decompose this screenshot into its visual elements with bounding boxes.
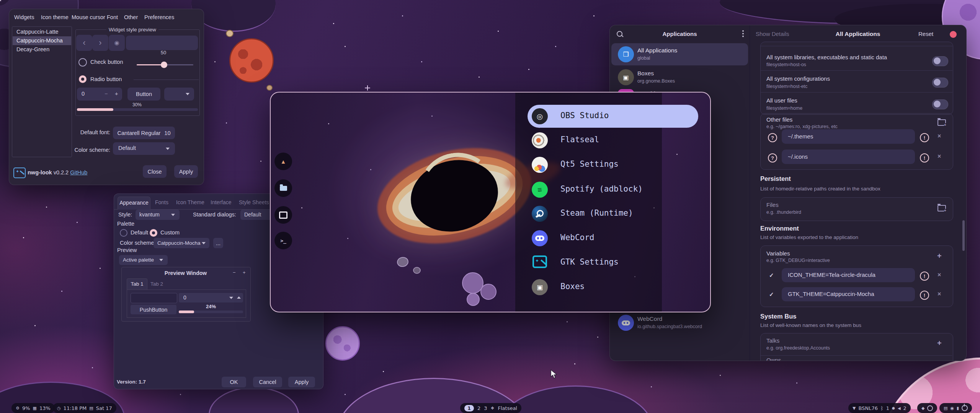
qt-cancel-button[interactable]: Cancel <box>253 377 282 387</box>
qt-scheme-more-button[interactable]: ... <box>213 238 223 248</box>
add-folder-icon[interactable] <box>938 119 946 126</box>
qt-pw-tab1[interactable]: Tab 1 <box>127 278 147 290</box>
nwg-theme-item[interactable]: Decay-Green <box>13 45 71 54</box>
rail-files-button[interactable] <box>274 179 292 197</box>
variable-entry-gtk-theme[interactable]: GTK_THEME=Catppuccin-Mocha <box>782 287 915 301</box>
qt-pw-pushbutton[interactable]: PushButton <box>131 305 176 314</box>
qt-scheme-combo[interactable]: Catppuccin-Mocha <box>154 238 209 248</box>
toggle-host-os[interactable] <box>932 56 948 66</box>
toggle-home[interactable] <box>932 99 948 109</box>
nwg-radio[interactable] <box>79 75 87 83</box>
nwg-font-button[interactable]: Cantarell Regular 10 <box>113 127 175 139</box>
qt-pw-minimize[interactable]: − <box>233 270 236 275</box>
add-folder-icon[interactable] <box>938 205 946 211</box>
volume-level[interactable]: 2 <box>903 405 906 411</box>
launcher-item-steam[interactable]: Steam (Runtime) <box>560 208 633 218</box>
qt-tab-fonts[interactable]: Fonts <box>155 199 168 205</box>
qt-tab-appearance[interactable]: Appearance <box>118 197 150 210</box>
qt-radio-default[interactable] <box>120 229 127 237</box>
sidebar-item-webcord[interactable]: WebCord io.github.spacingbat3.webcord <box>611 312 748 334</box>
qt-pw-spinbox[interactable]: 0 <box>179 293 243 302</box>
warning-icon[interactable]: ! <box>920 272 929 281</box>
question-icon[interactable]: ? <box>768 153 777 163</box>
bluetooth-count[interactable]: 1 <box>886 405 889 411</box>
launcher-item-qt5-settings[interactable]: Qt5 Settings <box>560 159 619 169</box>
nwg-spin-plus[interactable]: + <box>115 91 118 97</box>
nwg-apply-button[interactable]: Apply <box>174 165 198 178</box>
launcher-item-gtk-settings[interactable]: GTK Settings <box>560 257 619 267</box>
remove-icon[interactable]: × <box>938 272 941 278</box>
nwg-menu-preferences[interactable]: Preferences <box>144 14 174 20</box>
launcher-item-boxes[interactable]: Boxes <box>560 282 585 291</box>
nwg-close-button[interactable]: Close <box>143 165 167 178</box>
workspace-1-active[interactable]: 1 <box>464 405 474 411</box>
launcher-selected-row[interactable] <box>528 105 698 128</box>
question-icon[interactable]: ? <box>768 133 777 142</box>
add-talk-icon[interactable]: + <box>937 339 942 348</box>
tray-record-icon[interactable]: ◉ <box>950 406 954 411</box>
warning-icon[interactable]: ! <box>920 153 929 163</box>
flatseal-show-details[interactable]: Show Details <box>756 31 789 37</box>
nwg-github-link[interactable]: GitHub <box>70 169 87 176</box>
qt-pw-maximize[interactable]: + <box>243 270 246 275</box>
warning-icon[interactable]: ! <box>920 133 929 142</box>
nwg-forward-button[interactable]: › <box>92 35 108 51</box>
nwg-menu-icon-theme[interactable]: Icon theme <box>41 14 69 20</box>
nwg-menu-font[interactable]: Font <box>107 14 118 20</box>
qt-tab-interface[interactable]: Interface <box>211 199 231 205</box>
qt-apply-button[interactable]: Apply <box>288 377 315 387</box>
kebab-menu-icon[interactable] <box>742 30 744 38</box>
network-name[interactable]: BSNL76 <box>858 405 877 411</box>
path-entry-icons[interactable]: ~/.icons <box>782 150 915 164</box>
launcher-item-spotify[interactable]: Spotify (adblock) <box>560 184 643 193</box>
rail-terminal-button[interactable]: >_ <box>274 232 292 249</box>
nwg-theme-item-selected[interactable]: Catppuccin-Mocha <box>13 36 71 45</box>
power-icon[interactable] <box>962 405 968 411</box>
qt-pw-tab2[interactable]: Tab 2 <box>150 281 163 287</box>
nwg-preview-button[interactable]: Button <box>127 88 160 101</box>
warning-icon[interactable]: ! <box>920 291 929 300</box>
path-entry-themes[interactable]: ~/.themes <box>782 129 915 144</box>
qt-tab-icon-theme[interactable]: Icon Theme <box>176 199 204 205</box>
nwg-record-button[interactable]: ◉ <box>109 35 125 51</box>
rail-apps-button[interactable]: ▲ <box>274 153 292 170</box>
nwg-menu-other[interactable]: Other <box>124 14 138 20</box>
workspace-2[interactable]: 2 <box>477 405 480 411</box>
close-button[interactable] <box>950 31 957 38</box>
qt-ok-button[interactable]: OK <box>222 377 246 387</box>
nwg-entry-field[interactable] <box>126 36 198 50</box>
tray-clipboard-icon[interactable]: ▤ <box>944 406 947 411</box>
remove-icon[interactable]: × <box>938 133 941 140</box>
sidebar-item-boxes[interactable]: ▣ Boxes org.gnome.Boxes <box>611 66 748 88</box>
rail-windows-button[interactable] <box>274 206 292 224</box>
toggle-host-etc[interactable] <box>932 78 948 88</box>
launcher-item-webcord[interactable]: WebCord <box>560 233 595 242</box>
launcher-item-obs[interactable]: OBS Studio <box>560 111 609 120</box>
nwg-spin-minus[interactable]: − <box>105 91 108 97</box>
nwg-spinbox[interactable]: 0 − + <box>77 88 122 101</box>
qt-tab-style-sheets[interactable]: Style Sheets <box>239 199 269 205</box>
remove-icon[interactable]: × <box>938 291 941 298</box>
qt-style-combo[interactable]: kvantum <box>136 210 180 220</box>
scrollbar-thumb[interactable] <box>962 220 965 251</box>
nwg-checkbox[interactable] <box>78 58 87 67</box>
nwg-scheme-combo[interactable]: Default <box>113 142 175 155</box>
nwg-menu-mouse-cursor[interactable]: Mouse cursor <box>72 14 105 20</box>
nwg-combobox[interactable] <box>164 88 194 101</box>
add-variable-icon[interactable]: + <box>937 252 942 260</box>
nwg-menu-widgets[interactable]: Widgets <box>14 14 34 20</box>
nwg-theme-item[interactable]: Catppuccin-Latte <box>13 28 71 36</box>
remove-icon[interactable]: × <box>938 153 941 160</box>
workspace-3[interactable]: 3 <box>484 405 487 411</box>
variable-entry-icon-theme[interactable]: ICON_THEME=Tela-circle-dracula <box>782 268 915 282</box>
nwg-slider-handle[interactable] <box>161 62 167 68</box>
sidebar-item-all-applications[interactable]: ❒ All Applications global <box>611 43 748 65</box>
flatseal-reset-button[interactable]: Reset <box>918 31 933 37</box>
qt-pw-lineedit[interactable] <box>131 293 177 303</box>
battery-icon[interactable]: ▮ <box>957 406 959 411</box>
qt-radio-custom[interactable] <box>150 229 157 237</box>
nwg-back-button[interactable]: ‹ <box>76 35 92 51</box>
qt-palette-select[interactable]: Active palette <box>119 255 168 265</box>
idle-inhibitor-icon[interactable] <box>927 405 933 411</box>
launcher-item-flatseal[interactable]: Flatseal <box>560 135 599 144</box>
